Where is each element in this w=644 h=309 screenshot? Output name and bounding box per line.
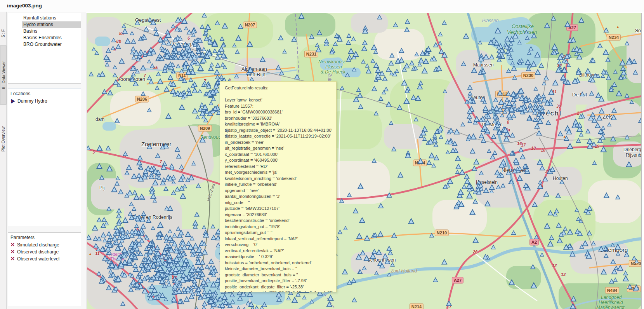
well-marker[interactable] [442, 21, 446, 24]
well-marker[interactable] [546, 120, 550, 125]
well-marker[interactable] [490, 185, 495, 189]
well-marker[interactable] [202, 225, 206, 229]
well-marker[interactable] [102, 217, 106, 222]
well-marker[interactable] [372, 249, 377, 253]
well-marker[interactable] [348, 49, 354, 54]
well-marker[interactable] [545, 23, 550, 28]
well-marker[interactable] [613, 278, 617, 281]
well-marker[interactable] [593, 73, 597, 78]
well-marker[interactable] [614, 266, 618, 270]
well-marker[interactable] [179, 165, 184, 169]
well-marker[interactable] [201, 306, 207, 309]
well-marker[interactable] [579, 18, 584, 23]
well-marker[interactable] [506, 170, 511, 175]
well-marker[interactable] [377, 250, 382, 254]
well-marker[interactable] [472, 68, 477, 73]
well-marker[interactable] [601, 126, 605, 129]
well-marker[interactable] [115, 182, 119, 185]
well-marker[interactable] [597, 115, 602, 120]
well-marker[interactable] [215, 55, 220, 59]
well-marker[interactable] [458, 190, 463, 195]
well-marker[interactable] [122, 248, 127, 253]
well-marker[interactable] [434, 43, 438, 47]
well-marker[interactable] [309, 34, 314, 38]
well-marker[interactable] [405, 19, 410, 24]
well-marker[interactable] [575, 208, 578, 211]
well-marker[interactable] [601, 135, 605, 139]
well-marker[interactable] [202, 302, 207, 306]
well-marker[interactable] [467, 114, 472, 119]
well-marker[interactable] [276, 65, 281, 70]
well-marker[interactable] [514, 158, 519, 163]
well-marker[interactable] [397, 105, 402, 110]
well-marker[interactable] [587, 206, 592, 210]
well-marker[interactable] [242, 307, 246, 309]
well-marker[interactable] [483, 54, 488, 59]
well-marker[interactable] [415, 52, 418, 56]
well-marker[interactable] [358, 184, 363, 189]
well-marker[interactable] [563, 227, 567, 230]
well-marker[interactable] [519, 148, 523, 152]
well-marker[interactable] [95, 51, 99, 55]
well-marker[interactable] [583, 241, 588, 246]
well-marker[interactable] [338, 230, 342, 234]
well-marker[interactable] [345, 73, 349, 77]
well-marker[interactable] [542, 97, 547, 102]
well-marker[interactable] [100, 175, 104, 180]
well-marker[interactable] [148, 17, 152, 21]
well-marker[interactable] [498, 91, 503, 95]
well-marker[interactable] [164, 187, 168, 190]
well-marker[interactable] [531, 283, 536, 288]
well-marker[interactable] [534, 87, 537, 90]
well-marker[interactable] [586, 129, 590, 133]
well-marker[interactable] [370, 253, 376, 258]
well-marker[interactable] [115, 119, 120, 123]
well-marker[interactable] [472, 166, 477, 171]
well-marker[interactable] [390, 53, 394, 58]
well-marker[interactable] [606, 75, 611, 80]
side-tab-5[interactable]: 5 : F [0, 23, 6, 43]
well-marker[interactable] [344, 226, 347, 230]
well-marker[interactable] [107, 232, 111, 236]
well-marker[interactable] [479, 171, 484, 175]
well-marker[interactable] [184, 26, 188, 30]
well-marker[interactable] [442, 260, 447, 264]
well-marker[interactable] [422, 126, 427, 131]
well-marker[interactable] [490, 190, 493, 193]
well-marker[interactable] [277, 297, 281, 302]
well-marker[interactable] [427, 160, 432, 164]
well-marker[interactable] [528, 51, 531, 54]
well-marker[interactable] [556, 223, 561, 227]
well-marker[interactable] [383, 254, 387, 258]
well-marker[interactable] [623, 271, 628, 275]
well-marker[interactable] [512, 75, 516, 79]
well-marker[interactable] [481, 138, 486, 143]
well-marker[interactable] [378, 232, 383, 236]
well-marker[interactable] [385, 259, 390, 264]
well-marker[interactable] [634, 285, 639, 290]
well-marker[interactable] [550, 167, 555, 172]
well-marker[interactable] [116, 44, 121, 49]
well-marker[interactable] [347, 33, 351, 37]
well-marker[interactable] [158, 222, 163, 227]
well-marker[interactable] [484, 188, 489, 193]
well-marker[interactable] [150, 64, 154, 68]
well-marker[interactable] [211, 224, 215, 228]
well-marker[interactable] [418, 58, 424, 63]
well-marker[interactable] [615, 244, 620, 249]
well-marker[interactable] [143, 51, 147, 54]
well-marker[interactable] [105, 221, 109, 225]
well-marker[interactable] [248, 67, 253, 72]
well-marker[interactable] [133, 263, 137, 267]
well-marker[interactable] [529, 47, 533, 51]
well-marker[interactable] [187, 30, 191, 34]
well-marker[interactable] [491, 245, 495, 249]
well-marker[interactable] [470, 209, 475, 215]
well-marker[interactable] [462, 185, 466, 189]
well-marker[interactable] [612, 108, 616, 112]
well-marker[interactable] [540, 166, 545, 170]
well-marker[interactable] [520, 59, 524, 62]
well-marker[interactable] [166, 113, 171, 119]
well-marker[interactable] [599, 108, 604, 113]
well-marker[interactable] [471, 134, 476, 139]
